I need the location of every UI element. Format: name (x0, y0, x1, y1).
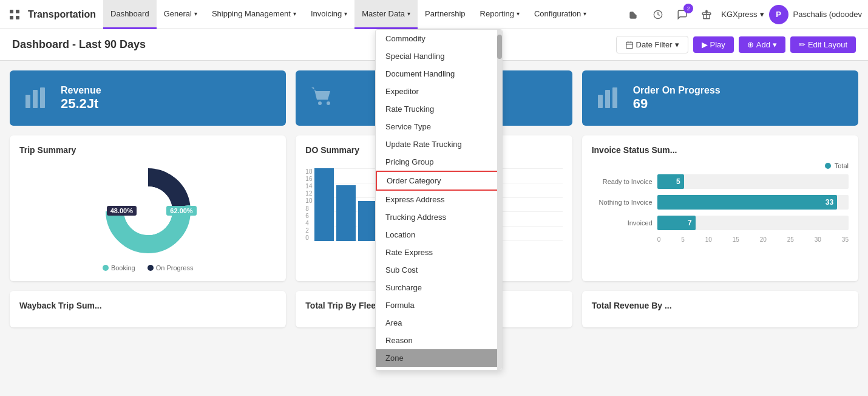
dropdown-item[interactable]: Formula (376, 296, 502, 314)
nothing-to-invoice-row: Nothing to Invoice 33 (592, 195, 849, 210)
svg-rect-0 (10, 10, 13, 13)
on-progress-legend: On Progress (147, 264, 194, 271)
total-revenue-title: Total Revenue By ... (592, 301, 672, 310)
nav-dashboard[interactable]: Dashboard (103, 0, 157, 29)
dropdown-item[interactable]: Express Address (376, 191, 502, 208)
svg-rect-18 (612, 87, 617, 108)
play-button[interactable]: ▶ Play (693, 36, 734, 53)
external-link-icon[interactable] (624, 5, 643, 24)
dropdown-item[interactable]: Special Handling (376, 47, 502, 65)
top-navigation: Transportation Dashboard General ▾ Shipp… (0, 0, 868, 29)
nav-reporting[interactable]: Reporting ▾ (473, 0, 527, 29)
nav-right-actions: 2 KGXpress ▾ P Paschalis (odoodev (624, 5, 862, 24)
chevron-down-icon: ▾ (344, 10, 347, 17)
nav-partnership[interactable]: Partnership (418, 0, 472, 29)
ready-to-invoice-row: Ready to Invoice 5 (592, 174, 849, 189)
dropdown-item[interactable]: Surcharge (376, 279, 502, 296)
chat-icon[interactable]: 2 (673, 5, 692, 24)
dropdown-item[interactable]: Zone (376, 349, 502, 367)
avatar[interactable]: P (769, 5, 788, 24)
booking-percent: 48.00% (107, 206, 137, 216)
nav-shipping[interactable]: Shipping Management ▾ (205, 0, 303, 29)
invoiced-row: Invoiced 7 (592, 216, 849, 230)
dropdown-item[interactable]: Reason (376, 332, 502, 349)
chevron-down-icon: ▾ (407, 10, 410, 17)
revenue-label: Revenue (61, 85, 101, 96)
dropdown-item[interactable]: Commodity (376, 30, 502, 47)
dropdown-item[interactable]: Order Category (376, 171, 502, 191)
total-revenue-card: Total Revenue By ... (582, 291, 858, 327)
clock-icon[interactable] (648, 5, 668, 24)
revenue-info: Revenue 25.2Jt (61, 85, 101, 112)
page-title: Dashboard - Last 90 Days (12, 38, 146, 51)
invoiced-bar: 7 (657, 216, 696, 230)
company-selector[interactable]: KGXpress ▾ (721, 10, 764, 19)
scrollbar-thumb (497, 35, 502, 59)
donut-legend: Booking On Progress (19, 264, 276, 271)
chevron-down-icon: ▾ (773, 40, 777, 49)
master-data-dropdown: CommoditySpecial HandlingDocument Handli… (375, 29, 503, 370)
booking-legend: Booking (103, 264, 135, 271)
dropdown-item[interactable]: Document Handling (376, 65, 502, 83)
dropdown-item[interactable]: Rate Trucking (376, 100, 502, 118)
nav-general[interactable]: General ▾ (157, 0, 205, 29)
dropdown-item[interactable]: Rate Express (376, 244, 502, 261)
trip-summary-card: Trip Summary 48.00% 62.00% Booking (10, 135, 286, 281)
dropdown-item[interactable]: Sub Cost (376, 261, 502, 279)
chevron-down-icon: ▾ (293, 10, 296, 17)
invoice-legend: Total (592, 162, 849, 169)
booking-dot (103, 265, 109, 271)
user-name[interactable]: Paschalis (odoodev (793, 10, 862, 19)
on-progress-percent: 62.00% (166, 206, 196, 216)
nav-masterdata[interactable]: Master Data ▾ (354, 0, 418, 29)
svg-rect-16 (598, 95, 603, 108)
invoiced-label: Invoiced (592, 219, 653, 227)
dropdown-item[interactable]: Expeditor (376, 83, 502, 100)
invoice-x-axis: 05101520253035 (657, 236, 849, 243)
dropdown-item[interactable]: Pricing Group (376, 153, 502, 171)
trip-summary-title: Trip Summary (19, 145, 276, 155)
svg-rect-12 (33, 90, 38, 108)
donut-chart: 48.00% 62.00% (100, 162, 197, 259)
dropdown-item[interactable]: Service Type (376, 118, 502, 135)
svg-point-14 (318, 101, 322, 105)
nav-configuration[interactable]: Configuration ▾ (527, 0, 594, 29)
date-filter-button[interactable]: Date Filter ▾ (616, 36, 688, 53)
gift-icon[interactable] (697, 5, 716, 24)
header-actions: Date Filter ▾ ▶ Play ⊕ Add ▾ ✏ Edit Layo… (616, 36, 856, 53)
dropdown-item[interactable]: Area (376, 314, 502, 332)
scrollbar-track (497, 30, 502, 370)
add-button[interactable]: ⊕ Add ▾ (739, 36, 785, 53)
dropdown-scroll-area[interactable]: CommoditySpecial HandlingDocument Handli… (376, 30, 502, 370)
nothing-invoice-label: Nothing to Invoice (592, 199, 653, 206)
bar-chart-icon (594, 83, 623, 114)
nav-menu: Dashboard General ▾ Shipping Management … (103, 0, 594, 29)
nav-invoicing[interactable]: Invoicing ▾ (303, 0, 354, 29)
nothing-invoice-track: 33 (657, 195, 849, 210)
edit-layout-button[interactable]: ✏ Edit Layout (790, 36, 856, 53)
dropdown-item[interactable]: Location (376, 226, 502, 244)
invoice-status-card: Invoice Status Sum... Total Ready to Inv… (582, 135, 858, 281)
dropdown-item[interactable]: Trucking Address (376, 208, 502, 226)
svg-point-15 (327, 101, 330, 105)
svg-rect-2 (10, 16, 13, 19)
total-dot (825, 163, 831, 169)
wayback-card: Wayback Trip Sum... (10, 291, 286, 327)
dropdown-container: CommoditySpecial HandlingDocument Handli… (376, 30, 502, 370)
chevron-down-icon: ▾ (517, 10, 520, 17)
svg-rect-17 (605, 90, 610, 108)
grid-menu-icon[interactable] (6, 6, 23, 23)
chevron-down-icon: ▾ (583, 10, 586, 17)
app-name: Transportation (28, 9, 96, 20)
cart-icon (308, 83, 337, 114)
svg-rect-1 (16, 10, 19, 13)
on-progress-dot (147, 265, 154, 271)
svg-rect-3 (16, 16, 19, 19)
ready-invoice-track: 5 (657, 174, 849, 189)
bar-2 (336, 185, 356, 241)
bar-chart-icon (22, 83, 51, 114)
order-progress-card: Order On Progress 69 (582, 70, 858, 126)
dropdown-item[interactable]: Update Rate Trucking (376, 135, 502, 153)
invoice-status-title: Invoice Status Sum... (592, 145, 849, 155)
dropdown-item[interactable]: Pricing (376, 367, 502, 370)
